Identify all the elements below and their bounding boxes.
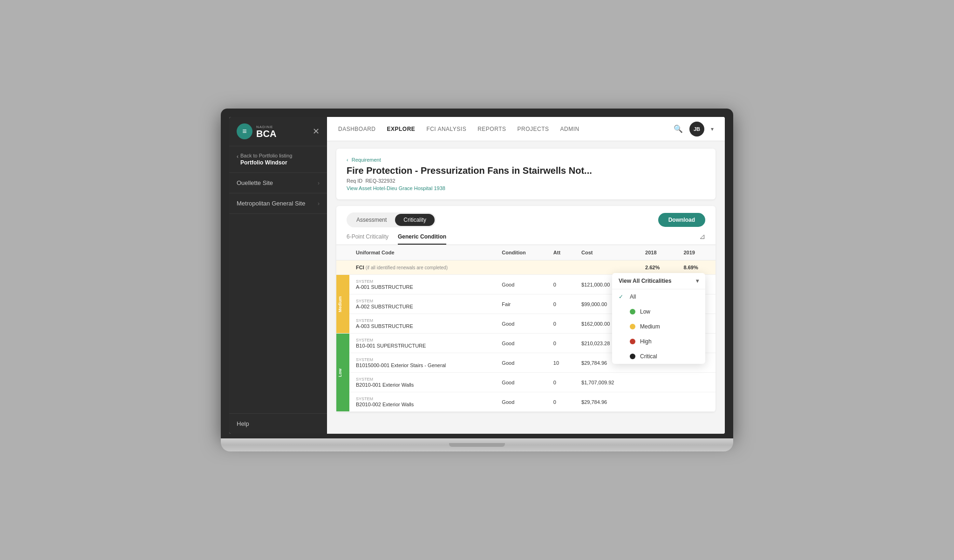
user-dropdown-chevron[interactable]: ▾ — [711, 126, 714, 132]
row-code-a003: System A-003 SUBSTRUCTURE — [349, 314, 495, 334]
tab-assessment[interactable]: Assessment — [348, 214, 395, 226]
table-row: System B2010-001 Exterior Walls Good 0 $… — [336, 373, 716, 392]
low-color-dot — [630, 309, 635, 314]
fci-2018: 2.62% — [639, 260, 677, 275]
nav-fci-analysis[interactable]: FCI ANALYSIS — [426, 126, 466, 132]
sidebar-nav: Ouellette Site › Metropolitan General Si… — [229, 173, 327, 413]
breadcrumb-chevron: ‹ — [347, 157, 350, 163]
dropdown-item-low[interactable]: ✓ Low — [612, 304, 705, 319]
critical-color-dot — [630, 354, 635, 359]
chevron-left-icon: ‹ — [237, 153, 238, 160]
main-content: DASHBOARD EXPLORE FCI ANALYSIS REPORTS P… — [327, 117, 725, 434]
row-code-b2010-001: System B2010-001 Exterior Walls — [349, 373, 495, 392]
dropdown-item-low-label: Low — [640, 308, 650, 315]
top-nav: DASHBOARD EXPLORE FCI ANALYSIS REPORTS P… — [327, 117, 725, 141]
back-label: Back to Portfolio listing — [240, 153, 292, 158]
filter-icon[interactable]: ⊿ — [699, 232, 705, 245]
logo-text: NADINE BCA — [256, 125, 276, 138]
check-empty-icon: ✓ — [619, 308, 625, 315]
screen-bezel: ≡ NADINE BCA ✕ ‹ Back to Portfol — [221, 109, 733, 438]
search-icon[interactable]: 🔍 — [674, 124, 683, 133]
view-asset-link[interactable]: View Asset Hotel-Dieu Grace Hospital 193… — [347, 185, 705, 191]
close-button[interactable]: ✕ — [313, 126, 320, 137]
row-code-a001: System A-001 SUBSTRUCTURE — [349, 275, 495, 294]
criticality-dropdown: View All Criticalities ▾ ✓ All ✓ — [612, 273, 705, 364]
fci-label: FCI (if all identified renewals are comp… — [349, 260, 495, 275]
row-code-a002: System A-002 SUBSTRUCTURE — [349, 294, 495, 314]
col-condition: Condition — [495, 245, 546, 260]
logo-bca: BCA — [256, 129, 276, 138]
screen: ≡ NADINE BCA ✕ ‹ Back to Portfol — [229, 117, 725, 434]
page-title: Fire Protection - Pressurization Fans in… — [347, 165, 705, 176]
sidebar-back: ‹ Back to Portfolio listing Portfolio Wi… — [229, 146, 327, 173]
tab-buttons: Assessment Criticality — [347, 212, 436, 227]
fci-indicator — [336, 260, 349, 275]
back-link[interactable]: ‹ Back to Portfolio listing Portfolio Wi… — [237, 153, 320, 166]
dropdown-header[interactable]: View All Criticalities ▾ — [612, 273, 705, 289]
fci-row: FCI (if all identified renewals are comp… — [336, 260, 716, 275]
sidebar-item-ouellette[interactable]: Ouellette Site › — [229, 173, 327, 193]
row-code-b2010-002: System B2010-002 Exterior Walls — [349, 392, 495, 412]
sub-tabs-left: 6-Point Criticality Generic Condition — [347, 233, 446, 245]
dropdown-item-critical-label: Critical — [640, 353, 657, 360]
portfolio-name: Portfolio Windsor — [240, 159, 292, 166]
chevron-right-icon: › — [318, 200, 320, 207]
check-icon: ✓ — [619, 294, 625, 300]
dropdown-header-label: View All Criticalities — [619, 278, 671, 284]
check-empty-icon: ✓ — [619, 353, 625, 360]
download-button[interactable]: Download — [658, 213, 705, 227]
fci-att — [547, 260, 575, 275]
col-att: Att — [547, 245, 575, 260]
sidebar-help[interactable]: Help — [229, 413, 327, 434]
nav-admin[interactable]: ADMIN — [560, 126, 579, 132]
req-id-value: REQ-322932 — [365, 178, 395, 184]
avatar[interactable]: JB — [689, 122, 704, 137]
tab-criticality[interactable]: Criticality — [395, 214, 435, 226]
logo-area: ≡ NADINE BCA — [237, 123, 276, 139]
nav-reports[interactable]: REPORTS — [477, 126, 506, 132]
laptop-shell: ≡ NADINE BCA ✕ ‹ Back to Portfol — [221, 109, 733, 451]
tab-content-area: Uniformat Code Condition Att Cost 2018 2… — [336, 245, 716, 412]
sidebar: ≡ NADINE BCA ✕ ‹ Back to Portfol — [229, 117, 327, 434]
dropdown-item-all[interactable]: ✓ All — [612, 289, 705, 304]
chevron-right-icon: › — [318, 180, 320, 186]
nav-projects[interactable]: PROJECTS — [517, 126, 549, 132]
logo-icon: ≡ — [237, 123, 252, 139]
col-indicator — [336, 245, 349, 260]
sidebar-item-ouellette-label: Ouellette Site — [237, 179, 273, 186]
dropdown-chevron-icon: ▾ — [696, 278, 699, 284]
col-uniformat: Uniformat Code — [349, 245, 495, 260]
dropdown-item-medium[interactable]: ✓ Medium — [612, 319, 705, 334]
col-2018: 2018 — [639, 245, 677, 260]
row-code-b1015: System B1015000-001 Exterior Stairs - Ge… — [349, 353, 495, 373]
sub-tabs: 6-Point Criticality Generic Condition ⊿ — [336, 227, 716, 245]
col-cost: Cost — [575, 245, 639, 260]
table-row: System B2010-002 Exterior Walls Good 0 $… — [336, 392, 716, 412]
dropdown-item-critical[interactable]: ✓ Critical — [612, 349, 705, 364]
fci-condition — [495, 260, 546, 275]
tab-controls: Assessment Criticality Download — [336, 206, 716, 227]
req-id: Req ID REQ-322932 — [347, 178, 705, 184]
row-indicator-medium-1: Medium — [336, 275, 349, 334]
laptop-base — [221, 438, 733, 451]
nav-links: DASHBOARD EXPLORE FCI ANALYSIS REPORTS P… — [338, 126, 579, 132]
row-code-b10: System B10-001 SUPERSTRUCTURE — [349, 334, 495, 353]
sidebar-item-metropolitan[interactable]: Metropolitan General Site › — [229, 193, 327, 214]
dropdown-item-all-label: All — [630, 294, 636, 300]
high-color-dot — [630, 339, 635, 344]
nav-dashboard[interactable]: DASHBOARD — [338, 126, 376, 132]
col-2019: 2019 — [677, 245, 716, 260]
sidebar-item-metropolitan-label: Metropolitan General Site — [237, 200, 305, 207]
medium-color-dot — [630, 324, 635, 329]
table-header-row: Uniformat Code Condition Att Cost 2018 2… — [336, 245, 716, 260]
dropdown-item-high[interactable]: ✓ High — [612, 334, 705, 349]
fci-cost — [575, 260, 639, 275]
sub-tab-generic[interactable]: Generic Condition — [398, 233, 446, 245]
sub-tab-6point[interactable]: 6-Point Criticality — [347, 233, 388, 245]
header-card: ‹ Requirement Fire Protection - Pressuri… — [336, 149, 716, 199]
dropdown-item-high-label: High — [640, 338, 652, 345]
nav-explore[interactable]: EXPLORE — [387, 126, 416, 132]
check-empty-icon: ✓ — [619, 338, 625, 345]
nav-right: 🔍 JB ▾ — [674, 122, 714, 137]
breadcrumb[interactable]: ‹ Requirement — [347, 157, 705, 163]
